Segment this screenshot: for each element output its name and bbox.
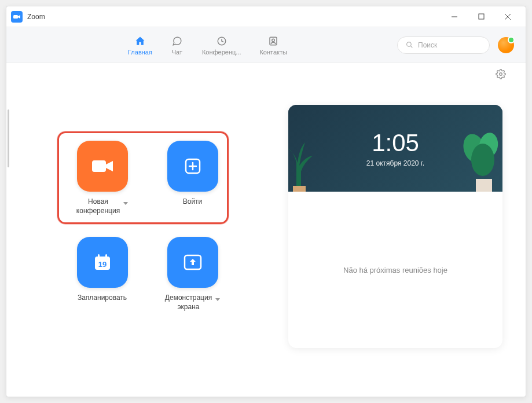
scrollbar-thumb[interactable]	[8, 109, 9, 167]
action-grid: Новая конференция	[68, 141, 228, 312]
schedule-label: Запланировать	[78, 294, 127, 303]
schedule-button[interactable]: 19	[77, 237, 128, 288]
video-icon	[91, 158, 114, 174]
svg-point-10	[500, 73, 502, 76]
app-icon	[11, 11, 23, 23]
svg-text:19: 19	[98, 260, 106, 269]
share-screen-label: Демонстрация экрана	[165, 294, 212, 312]
svg-rect-24	[476, 179, 492, 192]
minimize-button[interactable]	[441, 6, 468, 27]
search-input[interactable]: Поиск	[397, 36, 490, 54]
tab-contacts-label: Контакты	[259, 49, 287, 56]
svg-rect-2	[479, 14, 484, 19]
search-placeholder: Поиск	[418, 41, 437, 49]
chat-icon	[171, 35, 184, 47]
avatar[interactable]	[498, 37, 514, 53]
join-label: Войти	[183, 197, 203, 207]
tab-chat-label: Чат	[172, 49, 182, 56]
minimize-icon	[451, 13, 458, 20]
plant-decoration-left	[288, 134, 325, 192]
new-meeting-dropdown[interactable]	[123, 197, 128, 206]
chevron-down-icon	[215, 298, 220, 301]
app-window: Zoom Главная Ч	[6, 6, 526, 397]
tab-contacts[interactable]: Контакты	[259, 32, 287, 58]
tab-home[interactable]: Главная	[128, 32, 152, 58]
close-icon	[504, 13, 511, 20]
share-screen-dropdown[interactable]	[215, 294, 220, 302]
svg-rect-11	[92, 160, 106, 172]
no-meetings-text: Não há próximas reuniões hoje	[343, 266, 447, 274]
svg-point-23	[471, 144, 494, 176]
gear-icon	[496, 69, 506, 79]
new-meeting-button[interactable]	[77, 141, 128, 192]
tab-meetings-label: Конференц...	[202, 49, 241, 56]
home-icon	[134, 35, 146, 47]
window-controls	[441, 6, 521, 27]
maximize-icon	[478, 13, 485, 20]
tab-meetings[interactable]: Конференц...	[202, 32, 241, 58]
contacts-icon	[267, 35, 280, 47]
settings-button[interactable]	[496, 69, 506, 82]
tab-chat[interactable]: Чат	[171, 32, 184, 58]
svg-rect-16	[98, 254, 100, 258]
clock-time: 1:05	[372, 129, 419, 157]
join-button[interactable]	[167, 141, 218, 192]
meetings-panel: 1:05 21 октября 2020 г. Não há próximas …	[288, 105, 502, 348]
svg-line-9	[410, 46, 412, 47]
main-content: Новая конференция	[6, 63, 526, 397]
actions-panel: Новая конференция	[30, 79, 265, 373]
titlebar: Zoom	[6, 6, 526, 27]
clock-date: 21 октября 2020 г.	[366, 159, 424, 167]
nav-tabs: Главная Чат Конференц... Контакты	[128, 32, 287, 58]
plant-decoration-right	[460, 128, 502, 192]
share-screen-button[interactable]	[167, 237, 218, 288]
svg-point-7	[272, 39, 275, 42]
action-join: Войти	[158, 141, 228, 216]
close-button[interactable]	[494, 6, 521, 27]
plus-icon	[184, 157, 201, 175]
svg-point-8	[407, 42, 412, 47]
action-new-meeting: Новая конференция	[68, 141, 137, 216]
svg-rect-0	[13, 15, 18, 19]
share-screen-icon	[183, 254, 203, 271]
clock-banner: 1:05 21 октября 2020 г.	[288, 105, 502, 192]
zoom-logo-icon	[13, 14, 20, 19]
maximize-button[interactable]	[468, 6, 494, 27]
search-icon	[406, 41, 413, 49]
header-bar: Главная Чат Конференц... Контакты	[6, 27, 526, 63]
chevron-down-icon	[123, 202, 128, 205]
action-share-screen: Демонстрация экрана	[158, 237, 228, 312]
tab-home-label: Главная	[128, 49, 152, 56]
svg-rect-17	[105, 254, 107, 258]
clock-icon	[215, 35, 228, 47]
scrollbar[interactable]	[8, 109, 9, 373]
window-title: Zoom	[27, 13, 45, 21]
action-schedule: 19 Запланировать	[68, 237, 137, 312]
svg-rect-20	[293, 186, 306, 192]
calendar-icon: 19	[92, 252, 113, 273]
upcoming-meetings: Não há próximas reuniões hoje	[288, 192, 502, 348]
new-meeting-label: Новая конференция	[76, 197, 120, 215]
